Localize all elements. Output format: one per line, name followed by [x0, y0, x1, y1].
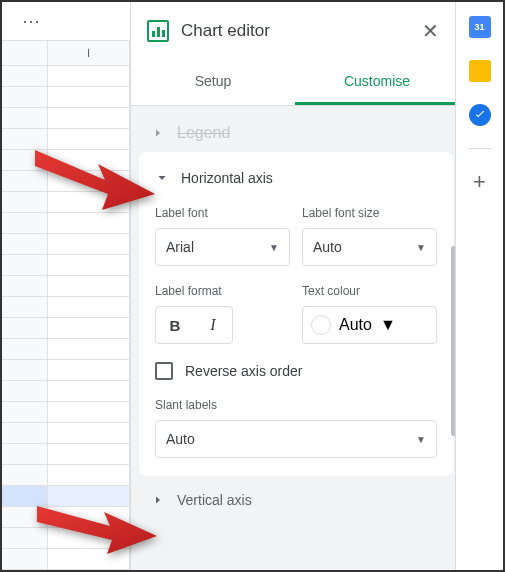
chart-icon	[147, 20, 169, 42]
select-all-corner[interactable]	[2, 41, 48, 65]
keep-icon[interactable]	[469, 60, 491, 82]
label-font-size-label: Label font size	[302, 206, 437, 220]
section-label: Legend	[177, 124, 230, 142]
column-header[interactable]: I	[48, 41, 130, 65]
chart-editor-panel: Chart editor ✕ Setup Customise Legend Ho…	[130, 2, 459, 570]
panel-title: Chart editor	[181, 21, 418, 41]
caret-down-icon: ▼	[380, 316, 396, 334]
annotation-arrow	[30, 132, 160, 216]
vertical-axis-section-collapsed[interactable]: Vertical axis	[139, 482, 453, 518]
section-title: Horizontal axis	[181, 170, 273, 186]
caret-down-icon: ▼	[269, 242, 279, 253]
reverse-axis-label: Reverse axis order	[185, 363, 303, 379]
reverse-axis-checkbox[interactable]	[155, 362, 173, 380]
tab-setup[interactable]: Setup	[131, 60, 295, 105]
column-header-row: I	[2, 40, 130, 66]
caret-down-icon: ▼	[416, 242, 426, 253]
text-colour-dropdown[interactable]: Auto ▼	[302, 306, 437, 344]
spreadsheet-area: ⋯ I	[2, 2, 130, 570]
panel-body[interactable]: Legend Horizontal axis Label font Arial …	[131, 106, 459, 570]
text-colour-label: Text colour	[302, 284, 437, 298]
caret-down-icon: ▼	[416, 434, 426, 445]
section-header[interactable]: Horizontal axis	[155, 170, 437, 186]
side-panel: 31 +	[455, 2, 503, 570]
slant-labels-label: Slant labels	[155, 398, 437, 412]
label-font-size-dropdown[interactable]: Auto ▼	[302, 228, 437, 266]
section-label: Vertical axis	[177, 492, 252, 508]
close-button[interactable]: ✕	[418, 15, 443, 47]
italic-button[interactable]: I	[194, 307, 232, 343]
label-format-label: Label format	[155, 284, 290, 298]
add-addon-button[interactable]: +	[469, 171, 491, 193]
bold-button[interactable]: B	[156, 307, 194, 343]
annotation-arrow	[32, 494, 162, 568]
legend-section-collapsed[interactable]: Legend	[139, 114, 453, 152]
panel-header: Chart editor ✕	[131, 2, 459, 60]
slant-labels-dropdown[interactable]: Auto ▼	[155, 420, 437, 458]
horizontal-axis-section: Horizontal axis Label font Arial ▼ Label…	[139, 152, 453, 476]
calendar-icon[interactable]: 31	[469, 16, 491, 38]
tasks-icon[interactable]	[469, 104, 491, 126]
label-font-dropdown[interactable]: Arial ▼	[155, 228, 290, 266]
more-menu-icon[interactable]: ⋯	[22, 10, 41, 32]
label-format-buttons: B I	[155, 306, 233, 344]
divider	[469, 148, 491, 149]
tabs: Setup Customise	[131, 60, 459, 106]
colour-swatch	[311, 315, 331, 335]
tab-customise[interactable]: Customise	[295, 60, 459, 105]
label-font-label: Label font	[155, 206, 290, 220]
